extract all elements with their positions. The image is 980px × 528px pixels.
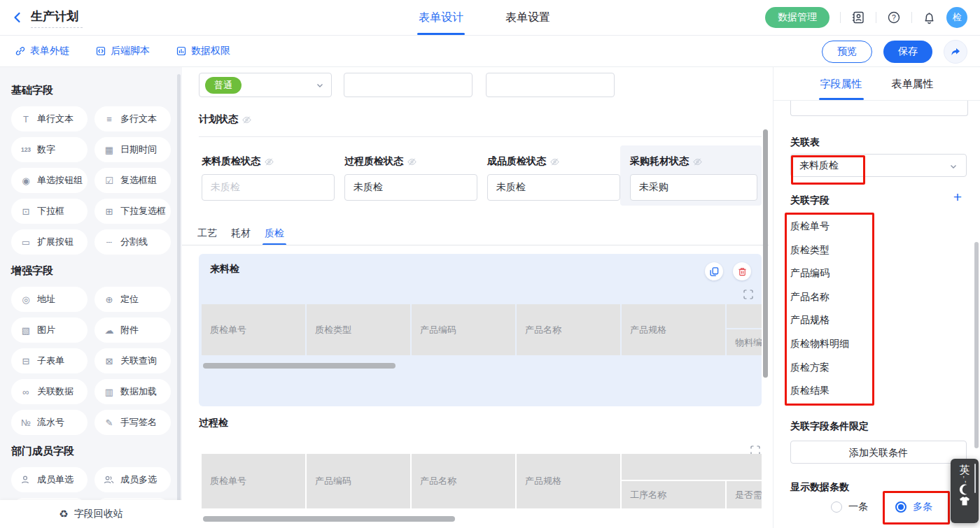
ime-language-mode[interactable]: 英 (960, 464, 970, 476)
location-target-icon: ⊕ (104, 295, 115, 304)
related-field-item[interactable]: 产品规格 (790, 308, 867, 332)
sidebar-field-select[interactable]: ⊡下拉框 (11, 199, 88, 224)
horizontal-scrollbar[interactable] (203, 363, 396, 369)
column-header: 产品编码 (412, 304, 515, 355)
expand-icon[interactable] (743, 290, 753, 299)
sidebar-field-member-multi[interactable]: 成员多选 (94, 467, 171, 492)
sidebar-field-linked-data[interactable]: ∞关联数据 (11, 379, 88, 404)
field-incoming-inspection-status[interactable]: 来料质检状态 未质检 (202, 155, 335, 201)
display-count-label: 显示数据条数 (790, 481, 849, 494)
radio-multiple-records[interactable]: 多条 (895, 501, 932, 513)
sidebar-field-signature[interactable]: ✎手写签名 (94, 410, 171, 435)
status-input[interactable]: 未采购 (630, 174, 757, 201)
sidebar-field-attachment[interactable]: ☁附件 (94, 317, 171, 343)
canvas-vertical-scrollbar[interactable] (763, 129, 768, 378)
related-field-item[interactable]: 产品名称 (790, 285, 867, 309)
field-purchase-material-status[interactable]: 采购耗材状态 未采购 (630, 155, 757, 201)
select-icon: ⊡ (20, 207, 31, 216)
radio-single-record[interactable]: 一条 (831, 501, 868, 513)
empty-input-field[interactable] (344, 73, 472, 97)
level-select[interactable]: 普通 (199, 73, 332, 97)
preview-button[interactable]: 预览 (822, 41, 872, 63)
sidebar-field-member-single[interactable]: 成员单选 (11, 467, 88, 492)
related-fields-list: 质检单号 质检类型 产品编码 产品名称 产品规格 质检物料明细 质检方案 质检结… (790, 215, 867, 403)
address-book-icon[interactable] (851, 10, 865, 24)
tab-consumables[interactable]: 耗材 (231, 222, 251, 245)
form-external-link[interactable]: 表单外链 (15, 45, 69, 57)
sidebar-field-data-load[interactable]: ▥数据加载 (94, 379, 171, 404)
sidebar-field-location[interactable]: ⊕定位 (94, 287, 171, 312)
sidebar-field-single-line-text[interactable]: T单行文本 (11, 106, 88, 131)
data-manage-button[interactable]: 数据管理 (765, 7, 830, 28)
field-process-inspection-status[interactable]: 过程质检状态 未质检 (344, 155, 477, 201)
back-icon[interactable] (11, 11, 24, 24)
incoming-inspection-subform[interactable]: 来料检 质检单号 质检类型 产品编码 产品名称 产品规格 物料编 (199, 254, 762, 406)
tab-form-design[interactable]: 表单设计 (419, 0, 463, 35)
sidebar-field-serial-number[interactable]: №流水号 (11, 410, 88, 435)
status-input[interactable]: 未质检 (202, 174, 335, 201)
ime-toolbar[interactable]: 英 ’, (951, 459, 979, 523)
column-header: 质检单号 (202, 304, 305, 355)
sidebar-field-checkbox-group[interactable]: ☑复选框组 (94, 168, 171, 193)
share-button[interactable] (944, 40, 967, 64)
copy-button[interactable] (705, 262, 723, 280)
tab-craft[interactable]: 工艺 (197, 222, 217, 245)
sidebar-field-multi-line-text[interactable]: ≡多行文本 (94, 106, 171, 131)
column-header: 质检类型 (307, 304, 410, 355)
sidebar-field-extend-button[interactable]: ▭扩展按钮 (11, 229, 88, 255)
horizontal-scrollbar[interactable] (203, 516, 455, 522)
related-table-select[interactable]: 来料质检 (790, 154, 967, 177)
signature-pen-icon: ✎ (104, 418, 115, 427)
sidebar-field-radio-group[interactable]: ◉单选按钮组 (11, 168, 88, 193)
status-input[interactable]: 未质检 (487, 174, 620, 201)
delete-button[interactable] (733, 262, 751, 280)
related-table-label: 关联表 (790, 136, 820, 149)
add-field-plus-icon[interactable]: + (953, 190, 962, 204)
tab-quality-inspection[interactable]: 质检 (265, 222, 284, 245)
data-permission-link[interactable]: 数据权限 (176, 45, 230, 57)
related-field-item[interactable]: 质检类型 (790, 238, 867, 262)
sidebar-field-linked-query[interactable]: ⊠关联查询 (94, 348, 171, 373)
related-field-item[interactable]: 质检结果 (790, 379, 867, 403)
avatar[interactable]: 检 (946, 7, 967, 28)
related-field-item[interactable]: 质检方案 (790, 356, 867, 380)
plan-status-field-label[interactable]: 计划状态 (199, 113, 251, 126)
related-field-item[interactable]: 质检单号 (790, 215, 867, 238)
status-input[interactable]: 未质检 (344, 174, 477, 201)
panel-scrollbar[interactable] (974, 242, 979, 448)
ime-punctuation-mode[interactable]: ’, (963, 476, 967, 483)
save-button[interactable]: 保存 (883, 41, 932, 63)
sidebar-scrollbar[interactable] (177, 74, 181, 522)
sidebar-field-number[interactable]: 123数字 (11, 137, 88, 162)
moon-icon[interactable] (958, 483, 971, 496)
sidebar-field-address[interactable]: ◎地址 (11, 287, 88, 312)
sidebar-field-divider[interactable]: ┄分割线 (94, 229, 171, 255)
tab-field-properties[interactable]: 字段属性 (820, 67, 862, 100)
related-field-item[interactable]: 质检物料明细 (790, 332, 867, 356)
page-title[interactable]: 生产计划 (31, 7, 83, 28)
linked-query-icon: ⊠ (104, 357, 115, 366)
section-title-member-fields: 部门成员字段 (11, 445, 171, 458)
sidebar-field-datetime[interactable]: ▦日期时间 (94, 137, 171, 162)
section-title-enhanced-fields: 增强字段 (11, 264, 171, 278)
single-line-text-icon: T (20, 115, 31, 124)
separator (840, 12, 841, 23)
tab-form-properties[interactable]: 表单属性 (892, 67, 934, 100)
help-icon[interactable]: ? (887, 10, 901, 24)
field-recycle-bin[interactable]: ♻ 字段回收站 (0, 500, 182, 528)
sidebar-field-image[interactable]: ▧图片 (11, 317, 88, 343)
sidebar-field-subform[interactable]: ⊟子表单 (11, 348, 88, 373)
add-condition-button[interactable]: 添加关联条件 (790, 441, 967, 464)
condition-limit-label: 关联字段条件限定 (790, 420, 869, 433)
empty-input-field[interactable] (486, 73, 615, 97)
sidebar-field-multi-select[interactable]: ⊞下拉复选框 (94, 199, 171, 224)
backend-script-link[interactable]: 后端脚本 (96, 45, 150, 57)
column-header: 产品规格 (517, 454, 620, 508)
section-title-basic-fields: 基础字段 (11, 84, 171, 97)
clipped-input-field[interactable] (790, 101, 968, 116)
related-field-item[interactable]: 产品编码 (790, 262, 867, 285)
tab-form-settings[interactable]: 表单设置 (505, 0, 550, 35)
field-finished-inspection-status[interactable]: 成品质检状态 未质检 (487, 155, 620, 201)
skin-shirt-icon[interactable] (959, 497, 970, 506)
notification-bell-icon[interactable] (923, 11, 936, 24)
